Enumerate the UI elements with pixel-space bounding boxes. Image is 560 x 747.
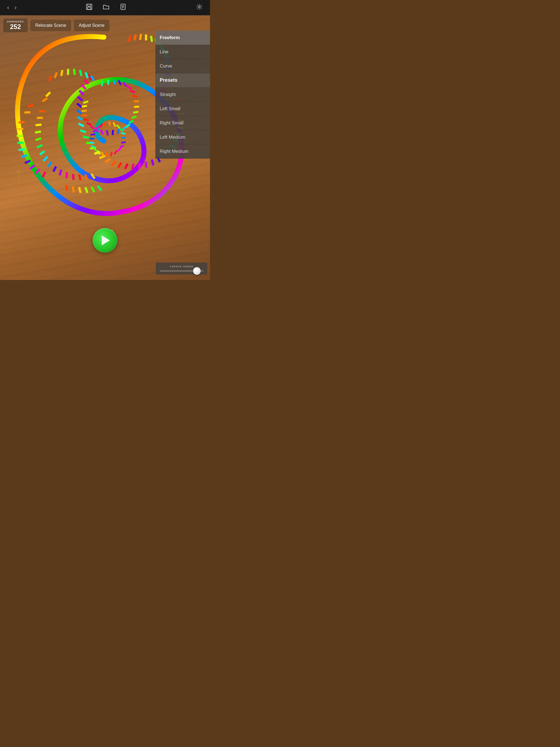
svg-rect-39 [105, 158, 111, 163]
sidebar-item-left-medium[interactable]: Left Medium [155, 130, 210, 145]
svg-rect-143 [91, 186, 95, 192]
svg-rect-87 [111, 130, 114, 135]
relocate-scene-button[interactable]: Relocate Scene [30, 20, 71, 31]
svg-rect-122 [54, 72, 58, 78]
svg-rect-33 [145, 162, 147, 168]
svg-rect-95 [81, 110, 87, 112]
svg-rect-141 [78, 187, 81, 193]
svg-rect-139 [66, 185, 68, 191]
svg-rect-100 [113, 122, 116, 127]
slider-thumb[interactable] [193, 267, 201, 275]
svg-rect-121 [48, 75, 53, 81]
sidebar: Freeform Line Curve Presets Straight Lef… [155, 31, 210, 159]
adjust-scene-button[interactable]: Adjust Scene [74, 20, 109, 31]
svg-rect-63 [47, 161, 52, 168]
svg-rect-78 [132, 95, 138, 98]
svg-rect-46 [78, 123, 84, 127]
svg-rect-6 [133, 34, 137, 41]
svg-rect-94 [82, 114, 87, 117]
svg-rect-56 [37, 117, 43, 119]
svg-rect-47 [77, 116, 83, 121]
forward-button[interactable]: › [13, 2, 18, 13]
new-file-button[interactable] [118, 2, 128, 14]
svg-rect-48 [76, 109, 82, 114]
svg-rect-62 [42, 156, 48, 162]
svg-rect-107 [117, 148, 121, 152]
svg-rect-97 [83, 100, 88, 104]
svg-rect-96 [82, 105, 87, 107]
svg-rect-66 [65, 172, 68, 179]
svg-rect-99 [108, 121, 111, 126]
sidebar-item-curve[interactable]: Curve [155, 59, 210, 73]
svg-rect-59 [35, 137, 41, 141]
svg-rect-55 [39, 110, 45, 113]
svg-rect-1 [88, 4, 91, 6]
svg-rect-38 [111, 160, 117, 166]
svg-rect-49 [76, 103, 82, 108]
sidebar-item-right-small[interactable]: Right Small [155, 116, 210, 130]
svg-rect-109 [110, 152, 113, 157]
svg-rect-58 [35, 130, 41, 134]
svg-rect-53 [84, 79, 89, 85]
folder-button[interactable] [101, 2, 111, 14]
sidebar-item-right-medium[interactable]: Right Medium [155, 145, 210, 159]
svg-rect-111 [101, 152, 104, 157]
svg-rect-117 [91, 133, 96, 136]
svg-rect-108 [113, 150, 117, 155]
svg-rect-67 [72, 174, 75, 180]
svg-rect-80 [134, 106, 139, 108]
svg-rect-9 [150, 36, 153, 42]
svg-rect-148 [24, 111, 30, 114]
svg-rect-76 [127, 85, 132, 90]
svg-rect-7 [139, 34, 142, 40]
svg-rect-145 [42, 97, 48, 102]
svg-rect-138 [42, 171, 46, 177]
settings-button[interactable] [194, 2, 205, 14]
topple-speed-slider[interactable] [160, 270, 203, 272]
svg-rect-92 [86, 122, 92, 126]
toolbar: ‹ › [0, 0, 210, 15]
svg-rect-45 [80, 129, 86, 133]
play-button[interactable] [93, 228, 117, 253]
svg-rect-146 [45, 91, 51, 97]
topple-speed-control: TOPPLE SPEED [156, 262, 207, 275]
scene[interactable]: ↑ ↑ DOMINOES 252 Relocate Scene Adjust S… [0, 15, 210, 280]
svg-rect-32 [151, 159, 154, 165]
svg-rect-60 [36, 144, 43, 149]
svg-rect-65 [58, 169, 62, 176]
dominoes-badge: DOMINOES 252 [3, 19, 28, 32]
dominoes-label: DOMINOES [7, 20, 24, 23]
svg-rect-36 [124, 163, 129, 169]
sidebar-item-line[interactable]: Line [155, 45, 210, 59]
svg-rect-124 [67, 69, 70, 75]
svg-rect-57 [35, 124, 42, 126]
svg-rect-116 [90, 138, 94, 140]
toolbar-actions [84, 2, 128, 14]
sidebar-item-presets: Presets [155, 73, 210, 87]
save-button[interactable] [84, 2, 94, 14]
svg-rect-88 [106, 130, 108, 136]
svg-rect-147 [27, 104, 34, 107]
svg-rect-2 [87, 7, 91, 9]
svg-rect-81 [133, 111, 138, 113]
svg-rect-61 [39, 150, 45, 155]
svg-rect-131 [17, 135, 23, 137]
sidebar-item-straight[interactable]: Straight [155, 87, 210, 102]
sidebar-item-left-small[interactable]: Left Small [155, 102, 210, 116]
svg-rect-132 [17, 141, 23, 144]
svg-rect-144 [97, 185, 102, 191]
svg-rect-93 [83, 119, 89, 121]
svg-rect-103 [121, 132, 126, 134]
svg-rect-110 [106, 152, 108, 157]
svg-rect-44 [82, 136, 89, 139]
svg-rect-77 [130, 90, 135, 93]
svg-rect-125 [73, 69, 76, 75]
svg-rect-82 [131, 115, 137, 119]
dominoes-count: 252 [7, 23, 24, 31]
svg-rect-5 [127, 35, 131, 42]
back-button[interactable]: ‹ [5, 2, 11, 13]
sidebar-item-freeform[interactable]: Freeform [155, 31, 210, 45]
svg-rect-104 [121, 137, 126, 138]
svg-rect-105 [121, 141, 126, 144]
svg-rect-106 [119, 145, 124, 148]
